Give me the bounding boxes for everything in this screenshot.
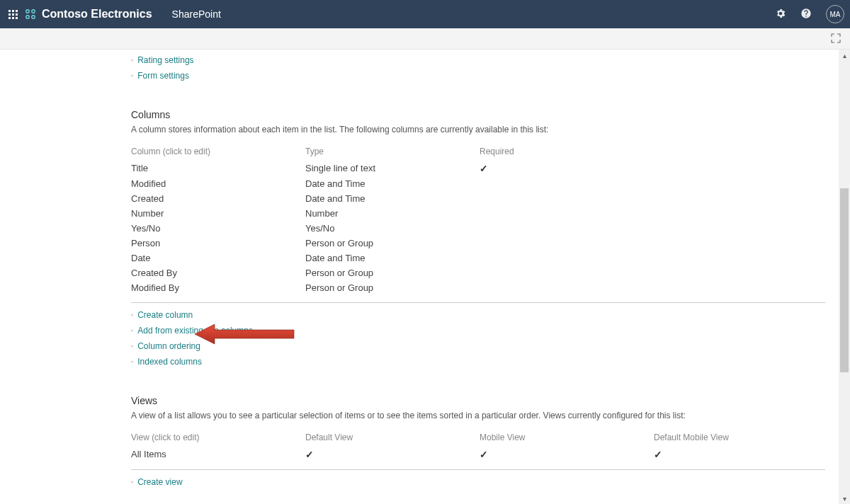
- column-type: Person or Group: [305, 282, 480, 293]
- svg-point-2: [26, 16, 29, 18]
- bullet-icon: ▫: [131, 343, 133, 350]
- view-name-link[interactable]: All Items: [131, 449, 166, 459]
- bullet-icon: ▫: [131, 311, 133, 319]
- rating-settings-link[interactable]: Rating settings: [137, 55, 193, 65]
- column-type: Yes/No: [305, 223, 480, 234]
- column-name-link[interactable]: Title: [131, 163, 148, 173]
- column-type: Number: [305, 208, 480, 219]
- column-name-link[interactable]: Modified By: [131, 282, 179, 293]
- app-name: SharePoint: [172, 8, 221, 20]
- column-required: [480, 282, 586, 293]
- column-type: Person or Group: [305, 238, 480, 248]
- view-header-name: View (click to edit): [131, 433, 305, 442]
- column-required: ✓: [480, 163, 586, 174]
- views-description: A view of a list allows you to see a par…: [131, 411, 827, 420]
- scroll-thumb[interactable]: [840, 188, 849, 372]
- columns-header-row: Column (click to edit) Type Required: [131, 144, 825, 161]
- svg-point-3: [32, 16, 35, 18]
- help-icon[interactable]: [800, 8, 812, 21]
- brand-logo-icon: [25, 8, 36, 20]
- column-type: Date and Time: [305, 193, 480, 204]
- column-type: Single line of text: [305, 163, 480, 174]
- column-row: Created ByPerson or Group: [131, 265, 825, 280]
- column-name-link[interactable]: Created By: [131, 268, 177, 278]
- views-header-row: View (click to edit) Default View Mobile…: [131, 430, 825, 447]
- bullet-icon: ▫: [131, 327, 133, 334]
- col-header-type: Type: [305, 147, 480, 156]
- column-required: [480, 223, 586, 234]
- column-row: Modified ByPerson or Group: [131, 280, 825, 295]
- view-header-default-mobile: Default Mobile View: [654, 433, 828, 442]
- settings-icon[interactable]: [775, 8, 786, 21]
- scroll-down-arrow[interactable]: ▾: [839, 493, 850, 504]
- col-header-name: Column (click to edit): [131, 147, 305, 156]
- column-name-link[interactable]: Date: [131, 253, 150, 263]
- bullet-icon: ▫: [131, 358, 133, 365]
- add-existing-item: ▫Add from existing site columns: [131, 326, 827, 336]
- view-header-default: Default View: [305, 433, 480, 442]
- column-type: Date and Time: [305, 178, 480, 189]
- column-row: NumberNumber: [131, 206, 825, 221]
- form-settings-item: ▫Form settings: [131, 71, 827, 81]
- view-header-mobile: Mobile View: [480, 433, 654, 442]
- column-name-link[interactable]: Modified: [131, 178, 166, 189]
- user-avatar[interactable]: MA: [826, 5, 844, 23]
- column-type: Person or Group: [305, 268, 480, 278]
- indexed-columns-item: ▫Indexed columns: [131, 357, 827, 367]
- column-ordering-item: ▫Column ordering: [131, 341, 827, 351]
- svg-point-1: [32, 10, 35, 13]
- app-launcher-icon[interactable]: [8, 10, 18, 19]
- vertical-scrollbar[interactable]: ▴ ▾: [839, 50, 850, 504]
- check-icon: ✓: [480, 449, 488, 460]
- check-icon: ✓: [654, 449, 662, 460]
- column-row: CreatedDate and Time: [131, 191, 825, 206]
- view-default-mobile: ✓: [654, 449, 828, 460]
- create-column-item: ▫Create column: [131, 310, 827, 320]
- columns-heading: Columns: [131, 109, 827, 120]
- columns-separator: [131, 302, 825, 303]
- form-settings-link[interactable]: Form settings: [137, 71, 189, 81]
- column-name-link[interactable]: Created: [131, 193, 164, 204]
- column-required: [480, 268, 586, 278]
- check-icon: ✓: [305, 449, 314, 460]
- add-existing-link[interactable]: Add from existing site columns: [137, 326, 253, 336]
- column-name-link[interactable]: Yes/No: [131, 223, 160, 234]
- views-table: View (click to edit) Default View Mobile…: [131, 430, 825, 462]
- indexed-columns-link[interactable]: Indexed columns: [137, 357, 202, 367]
- columns-table: Column (click to edit) Type Required Tit…: [131, 144, 825, 295]
- svg-point-0: [26, 10, 29, 13]
- views-heading: Views: [131, 395, 827, 406]
- column-required: [480, 208, 586, 219]
- bullet-icon: ▫: [131, 72, 133, 79]
- create-column-link[interactable]: Create column: [137, 310, 193, 320]
- create-view-link[interactable]: Create view: [137, 477, 182, 487]
- column-required: [480, 178, 586, 189]
- check-icon: ✓: [480, 163, 488, 174]
- column-required: [480, 238, 586, 248]
- column-required: [480, 253, 586, 263]
- brand-name: Contoso Electronics: [42, 8, 152, 21]
- columns-description: A column stores information about each i…: [131, 125, 827, 134]
- global-header: Contoso Electronics SharePoint MA: [0, 0, 850, 28]
- rating-settings-item: ▫Rating settings: [131, 55, 827, 65]
- column-row: Yes/NoYes/No: [131, 221, 825, 236]
- create-view-item: ▫Create view: [131, 477, 827, 487]
- view-default: ✓: [305, 449, 480, 460]
- column-row: ModifiedDate and Time: [131, 176, 825, 191]
- bullet-icon: ▫: [131, 479, 133, 486]
- avatar-initials: MA: [830, 11, 841, 18]
- column-name-link[interactable]: Person: [131, 238, 160, 248]
- scroll-track[interactable]: [839, 61, 850, 493]
- views-separator: [131, 469, 825, 470]
- column-row: DateDate and Time: [131, 251, 825, 265]
- view-row: All Items✓✓✓: [131, 447, 825, 462]
- content-scroll-area[interactable]: ▫Rating settings▫Form settings Columns A…: [0, 50, 837, 504]
- column-ordering-link[interactable]: Column ordering: [137, 341, 200, 351]
- focus-mode-icon[interactable]: [830, 33, 842, 46]
- column-name-link[interactable]: Number: [131, 208, 164, 219]
- column-row: TitleSingle line of text✓: [131, 161, 825, 176]
- col-header-required: Required: [480, 147, 586, 156]
- column-required: [480, 193, 586, 204]
- scroll-up-arrow[interactable]: ▴: [839, 50, 850, 61]
- settings-content: ▫Rating settings▫Form settings Columns A…: [0, 55, 827, 504]
